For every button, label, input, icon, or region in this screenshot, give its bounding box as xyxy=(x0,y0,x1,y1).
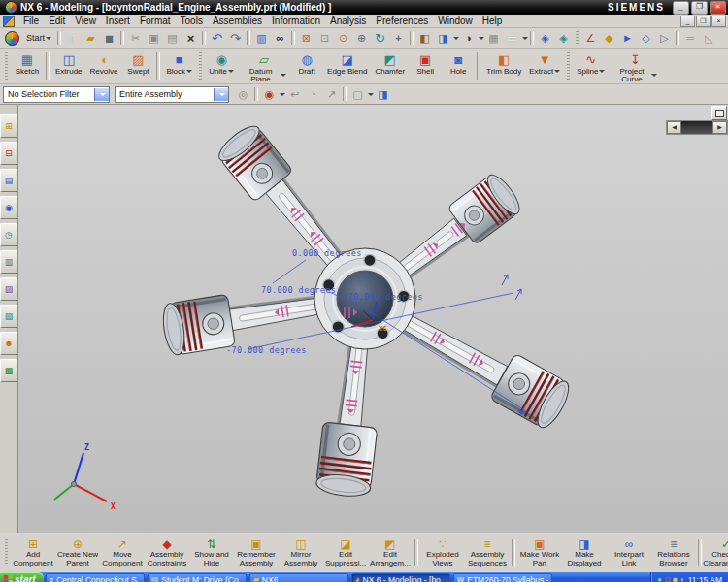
select-constraint-icon[interactable]: ▷ xyxy=(655,29,674,47)
taskbar-item-folder[interactable]: ▰NX6 xyxy=(249,573,348,582)
draft-button[interactable]: ◍Draft xyxy=(290,50,323,81)
rotate-view-icon[interactable]: ↻ xyxy=(371,29,389,47)
move-component-button[interactable]: ↗Move Component xyxy=(100,535,145,570)
graphics-window[interactable]: XC xyxy=(18,105,728,533)
engine-assembly-model[interactable]: XC xyxy=(18,105,728,533)
mdi-close-button[interactable]: × xyxy=(711,16,726,27)
angle-annotation[interactable]: -70.000 degrees xyxy=(343,292,423,302)
copy-icon[interactable]: ▣ xyxy=(145,29,163,47)
new-file-icon[interactable]: ▯ xyxy=(63,29,82,47)
taskbar-item-word[interactable]: WETM260-70 Syllabus -... xyxy=(453,573,552,582)
wcs-dynamics-icon[interactable]: ∠ xyxy=(581,29,600,47)
assembly-constraints-button[interactable]: ◆Assembly Constraints xyxy=(145,535,189,570)
remember-assembly-button[interactable]: ▣Remember Assembly xyxy=(234,535,279,570)
engine-arm[interactable] xyxy=(315,331,388,499)
extract-dropdown-icon[interactable] xyxy=(554,70,560,73)
delete-icon[interactable]: × xyxy=(182,29,200,47)
datum-plane-button[interactable]: ▱Datum Plane xyxy=(238,50,290,81)
selection-scope-arrow-icon[interactable] xyxy=(214,88,228,101)
restore-button[interactable]: ❐ xyxy=(691,1,708,15)
fit-view-icon[interactable]: ⊠ xyxy=(297,29,315,47)
center-constraint-icon[interactable]: ◇ xyxy=(637,29,655,47)
scrollbar-track[interactable] xyxy=(681,121,712,134)
pan-view-icon[interactable]: + xyxy=(389,29,408,47)
block-button[interactable]: ■Block xyxy=(162,50,196,81)
snapshot-icon[interactable]: ▦ xyxy=(484,29,503,47)
information-window-icon[interactable]: ▥ xyxy=(252,29,271,47)
tray-icon-2[interactable]: ◘ xyxy=(665,575,670,582)
visualization-tab[interactable]: ▧ xyxy=(0,305,17,328)
redo-icon[interactable]: ↷ xyxy=(226,29,245,47)
exploded-views-button[interactable]: ∵Exploded Views xyxy=(420,535,465,570)
shell-button[interactable]: ▣Shell xyxy=(409,50,442,81)
menu-window[interactable]: Window xyxy=(433,16,478,26)
scroll-right-icon[interactable]: ▶ xyxy=(712,121,727,134)
zoom-extents-icon[interactable]: ⊡ xyxy=(315,29,334,47)
menu-preferences[interactable]: Preferences xyxy=(371,16,433,26)
render-style-icon[interactable]: ◑ xyxy=(459,29,478,47)
spline-dropdown-icon[interactable] xyxy=(599,70,605,73)
menu-tools[interactable]: Tools xyxy=(176,16,208,26)
project-curve-dropdown-icon[interactable] xyxy=(651,74,657,77)
angle-annotation[interactable]: -70.000 degrees xyxy=(226,345,307,355)
selection-filter-arrow-icon[interactable] xyxy=(94,88,109,101)
palette-tab[interactable]: ▨ xyxy=(0,277,17,301)
snap-point-icon[interactable]: ◉ xyxy=(260,85,279,103)
block-dropdown-icon[interactable] xyxy=(186,70,192,73)
hole-button[interactable]: ◙Hole xyxy=(442,50,475,81)
undo-icon[interactable]: ↶ xyxy=(208,29,226,47)
menu-format[interactable]: Format xyxy=(135,16,176,26)
open-folder-icon[interactable]: ▰ xyxy=(82,29,100,47)
zoom-box-icon[interactable]: ⊙ xyxy=(334,29,352,47)
start-button[interactable]: start xyxy=(0,572,44,582)
shaded-view-icon[interactable]: ◧ xyxy=(415,29,434,47)
revolve-button[interactable]: ◖Revolve xyxy=(86,50,122,81)
edit-arrangement-button[interactable]: ◩Edit Arrangem... xyxy=(368,535,413,570)
menu-help[interactable]: Help xyxy=(478,16,508,26)
close-button[interactable]: × xyxy=(710,1,726,15)
assembly-sequences-button[interactable]: ≡Assembly Sequences xyxy=(465,535,510,570)
mirror-assembly-button[interactable]: ◫Mirror Assembly xyxy=(279,535,323,570)
selection-filter-dropdown[interactable]: No Selection Filter xyxy=(3,86,110,103)
unite-dropdown-icon[interactable] xyxy=(228,70,234,73)
extract-button[interactable]: ▼Extract xyxy=(525,50,564,81)
cut-icon[interactable]: ✂ xyxy=(126,29,145,47)
create-new-parent-button[interactable]: ⊕Create New Parent xyxy=(55,535,100,570)
make-displayed-button[interactable]: ◨Make Displayed xyxy=(562,535,607,570)
swept-button[interactable]: ▨Swept xyxy=(121,50,154,81)
history-tab[interactable]: ◷ xyxy=(0,223,17,246)
datum-plane-dropdown-icon[interactable] xyxy=(281,74,286,77)
notebook-tab[interactable]: ▥ xyxy=(0,250,17,274)
select-from-list-icon[interactable]: ↗ xyxy=(322,85,341,103)
constraint-navigator-tab[interactable]: ⊟ xyxy=(0,142,17,165)
start-menu-button[interactable]: Start xyxy=(22,29,55,47)
save-icon[interactable]: ◼ xyxy=(100,29,118,47)
menu-view[interactable]: View xyxy=(70,16,101,26)
extrude-button[interactable]: ◫Extrude xyxy=(51,50,86,81)
taskbar-item-browser[interactable]: eCentral Connecticut S... xyxy=(46,573,145,582)
roles-tab[interactable]: ☻ xyxy=(0,332,17,355)
minimize-button[interactable]: _ xyxy=(673,1,689,15)
make-work-part-button[interactable]: ▣Make Work Part xyxy=(517,535,562,570)
measure-angle-icon[interactable]: ◺ xyxy=(700,29,718,47)
tray-icon-3[interactable]: ■ xyxy=(673,575,678,582)
delay-selection-icon[interactable]: ◔ xyxy=(304,85,322,103)
tray-icon-1[interactable]: ● xyxy=(657,575,662,582)
selection-scope-dropdown[interactable]: Entire Assembly xyxy=(115,86,229,103)
menu-insert[interactable]: Insert xyxy=(101,16,135,26)
menu-analysis[interactable]: Analysis xyxy=(325,16,371,26)
project-curve-button[interactable]: ↧Project Curve xyxy=(609,50,661,81)
shaded-with-edges-icon[interactable]: ◨ xyxy=(434,29,452,47)
add-component-button[interactable]: ⊞Add Component xyxy=(11,535,55,570)
mdi-restore-button[interactable]: ❐ xyxy=(696,16,711,27)
part-navigator-tab[interactable]: ▤ xyxy=(0,169,17,192)
touch-constraint-icon[interactable]: ◆ xyxy=(600,29,618,47)
zoom-in-out-icon[interactable]: ⊕ xyxy=(352,29,371,47)
unite-button[interactable]: ◉Unite xyxy=(205,50,238,81)
chamfer-button[interactable]: ◩Chamfer xyxy=(371,50,409,81)
rectangle-select-icon[interactable]: ▢ xyxy=(348,85,367,103)
interpart-link-button[interactable]: ∞Interpart Link xyxy=(607,535,651,570)
tray-icon-4[interactable]: ◗ xyxy=(680,575,685,582)
check-clearances-button[interactable]: ✓Check Clearances xyxy=(704,535,728,570)
show-and-hide-button[interactable]: ⇅Show and Hide xyxy=(189,535,234,570)
